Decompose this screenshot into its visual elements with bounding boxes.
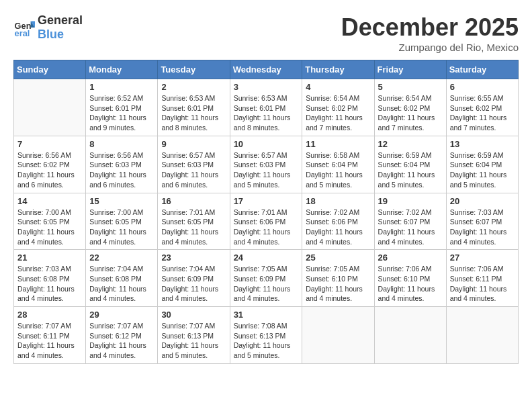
weekday-header-row: SundayMondayTuesdayWednesdayThursdayFrid… (14, 60, 519, 79)
calendar-cell: 6Sunrise: 6:55 AM Sunset: 6:02 PM Daylig… (446, 79, 518, 136)
weekday-header-wednesday: Wednesday (230, 60, 302, 79)
calendar-cell: 18Sunrise: 7:02 AM Sunset: 6:06 PM Dayli… (302, 193, 374, 250)
day-info: Sunrise: 7:06 AM Sunset: 6:10 PM Dayligh… (378, 264, 443, 304)
weekday-header-saturday: Saturday (446, 60, 518, 79)
day-number: 9 (161, 139, 226, 149)
day-info: Sunrise: 7:01 AM Sunset: 6:05 PM Dayligh… (161, 208, 226, 247)
day-info: Sunrise: 7:03 AM Sunset: 6:07 PM Dayligh… (450, 208, 515, 247)
calendar-cell: 25Sunrise: 7:05 AM Sunset: 6:10 PM Dayli… (302, 250, 374, 307)
weekday-header-sunday: Sunday (14, 60, 86, 79)
calendar-cell (374, 307, 446, 364)
day-number: 15 (89, 196, 154, 206)
calendar-cell: 8Sunrise: 6:56 AM Sunset: 6:03 PM Daylig… (86, 136, 158, 193)
calendar-cell: 10Sunrise: 6:57 AM Sunset: 6:03 PM Dayli… (230, 136, 302, 193)
day-number: 30 (161, 310, 226, 320)
day-number: 16 (161, 196, 226, 206)
calendar-cell: 24Sunrise: 7:05 AM Sunset: 6:09 PM Dayli… (230, 250, 302, 307)
svg-text:eral: eral (15, 28, 30, 38)
calendar-cell (446, 307, 518, 364)
calendar-cell: 5Sunrise: 6:54 AM Sunset: 6:02 PM Daylig… (374, 79, 446, 136)
logo-icon: Gen eral (13, 17, 35, 38)
weekday-header-monday: Monday (86, 60, 158, 79)
calendar-cell: 23Sunrise: 7:04 AM Sunset: 6:09 PM Dayli… (158, 250, 230, 307)
title-block: December 2025 Zumpango del Rio, Mexico (341, 13, 519, 53)
week-row-5: 28Sunrise: 7:07 AM Sunset: 6:11 PM Dayli… (14, 307, 519, 364)
day-number: 22 (89, 253, 154, 263)
week-row-3: 14Sunrise: 7:00 AM Sunset: 6:05 PM Dayli… (14, 193, 519, 250)
logo: Gen eral General Blue (13, 13, 83, 42)
calendar-cell: 1Sunrise: 6:52 AM Sunset: 6:01 PM Daylig… (86, 79, 158, 136)
day-number: 25 (306, 253, 370, 263)
calendar-cell: 30Sunrise: 7:07 AM Sunset: 6:13 PM Dayli… (158, 307, 230, 364)
location: Zumpango del Rio, Mexico (341, 42, 519, 53)
day-info: Sunrise: 6:57 AM Sunset: 6:03 PM Dayligh… (234, 150, 299, 190)
day-number: 24 (234, 253, 299, 263)
day-number: 11 (306, 139, 370, 149)
day-info: Sunrise: 6:55 AM Sunset: 6:02 PM Dayligh… (450, 93, 515, 133)
day-info: Sunrise: 7:05 AM Sunset: 6:10 PM Dayligh… (306, 264, 370, 304)
day-number: 4 (306, 82, 370, 92)
calendar-cell: 3Sunrise: 6:53 AM Sunset: 6:01 PM Daylig… (230, 79, 302, 136)
calendar-cell: 26Sunrise: 7:06 AM Sunset: 6:10 PM Dayli… (374, 250, 446, 307)
day-number: 21 (17, 253, 82, 263)
calendar-cell: 17Sunrise: 7:01 AM Sunset: 6:06 PM Dayli… (230, 193, 302, 250)
calendar-table: SundayMondayTuesdayWednesdayThursdayFrid… (13, 60, 519, 364)
day-number: 10 (234, 139, 299, 149)
day-number: 6 (450, 82, 515, 92)
day-number: 13 (450, 139, 515, 149)
day-number: 18 (306, 196, 370, 206)
day-info: Sunrise: 7:07 AM Sunset: 6:12 PM Dayligh… (89, 321, 154, 361)
day-info: Sunrise: 6:56 AM Sunset: 6:03 PM Dayligh… (89, 150, 154, 190)
day-number: 5 (378, 82, 443, 92)
calendar-cell: 29Sunrise: 7:07 AM Sunset: 6:12 PM Dayli… (86, 307, 158, 364)
day-number: 3 (234, 82, 299, 92)
day-number: 28 (17, 310, 82, 320)
day-info: Sunrise: 7:01 AM Sunset: 6:06 PM Dayligh… (234, 208, 299, 247)
weekday-header-thursday: Thursday (302, 60, 374, 79)
day-info: Sunrise: 6:57 AM Sunset: 6:03 PM Dayligh… (161, 150, 226, 190)
calendar-cell: 22Sunrise: 7:04 AM Sunset: 6:08 PM Dayli… (86, 250, 158, 307)
day-number: 31 (234, 310, 299, 320)
day-number: 8 (89, 139, 154, 149)
calendar-cell: 7Sunrise: 6:56 AM Sunset: 6:02 PM Daylig… (14, 136, 86, 193)
day-info: Sunrise: 6:52 AM Sunset: 6:01 PM Dayligh… (89, 93, 154, 133)
calendar-cell: 16Sunrise: 7:01 AM Sunset: 6:05 PM Dayli… (158, 193, 230, 250)
day-number: 19 (378, 196, 443, 206)
day-number: 17 (234, 196, 299, 206)
day-info: Sunrise: 7:06 AM Sunset: 6:11 PM Dayligh… (450, 264, 515, 304)
calendar-cell: 12Sunrise: 6:59 AM Sunset: 6:04 PM Dayli… (374, 136, 446, 193)
day-info: Sunrise: 7:05 AM Sunset: 6:09 PM Dayligh… (234, 264, 299, 304)
day-info: Sunrise: 6:53 AM Sunset: 6:01 PM Dayligh… (161, 93, 226, 133)
calendar-cell: 28Sunrise: 7:07 AM Sunset: 6:11 PM Dayli… (14, 307, 86, 364)
logo-text-line1: General (38, 13, 83, 28)
day-number: 12 (378, 139, 443, 149)
day-number: 2 (161, 82, 226, 92)
calendar-cell: 20Sunrise: 7:03 AM Sunset: 6:07 PM Dayli… (446, 193, 518, 250)
day-number: 1 (89, 82, 154, 92)
day-number: 23 (161, 253, 226, 263)
day-info: Sunrise: 7:02 AM Sunset: 6:06 PM Dayligh… (306, 208, 370, 247)
day-info: Sunrise: 6:58 AM Sunset: 6:04 PM Dayligh… (306, 150, 370, 190)
calendar-cell: 9Sunrise: 6:57 AM Sunset: 6:03 PM Daylig… (158, 136, 230, 193)
day-info: Sunrise: 7:04 AM Sunset: 6:08 PM Dayligh… (89, 264, 154, 304)
day-info: Sunrise: 7:07 AM Sunset: 6:11 PM Dayligh… (17, 321, 82, 361)
calendar-cell: 27Sunrise: 7:06 AM Sunset: 6:11 PM Dayli… (446, 250, 518, 307)
calendar-cell: 31Sunrise: 7:08 AM Sunset: 6:13 PM Dayli… (230, 307, 302, 364)
month-title: December 2025 (341, 13, 519, 42)
day-info: Sunrise: 7:08 AM Sunset: 6:13 PM Dayligh… (234, 321, 299, 361)
weekday-header-friday: Friday (374, 60, 446, 79)
day-info: Sunrise: 6:54 AM Sunset: 6:02 PM Dayligh… (306, 93, 370, 133)
day-info: Sunrise: 7:04 AM Sunset: 6:09 PM Dayligh… (161, 264, 226, 304)
calendar-cell: 11Sunrise: 6:58 AM Sunset: 6:04 PM Dayli… (302, 136, 374, 193)
calendar-cell: 15Sunrise: 7:00 AM Sunset: 6:05 PM Dayli… (86, 193, 158, 250)
logo-text-line2: Blue (38, 28, 83, 42)
day-info: Sunrise: 7:00 AM Sunset: 6:05 PM Dayligh… (17, 208, 82, 247)
week-row-4: 21Sunrise: 7:03 AM Sunset: 6:08 PM Dayli… (14, 250, 519, 307)
day-info: Sunrise: 7:02 AM Sunset: 6:07 PM Dayligh… (378, 208, 443, 247)
page-header: Gen eral General Blue December 2025 Zump… (13, 13, 519, 53)
week-row-2: 7Sunrise: 6:56 AM Sunset: 6:02 PM Daylig… (14, 136, 519, 193)
day-info: Sunrise: 7:03 AM Sunset: 6:08 PM Dayligh… (17, 264, 82, 304)
day-info: Sunrise: 6:56 AM Sunset: 6:02 PM Dayligh… (17, 150, 82, 190)
calendar-cell: 4Sunrise: 6:54 AM Sunset: 6:02 PM Daylig… (302, 79, 374, 136)
calendar-cell: 13Sunrise: 6:59 AM Sunset: 6:04 PM Dayli… (446, 136, 518, 193)
